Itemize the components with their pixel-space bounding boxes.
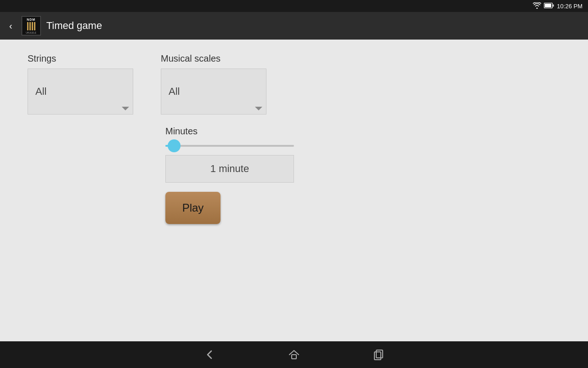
app-icon-ndm-text: NDM [27,18,35,21]
strings-group: Strings All [28,53,133,115]
nav-back-button[interactable] [199,345,220,365]
slider-value-text: 1 minute [210,163,249,175]
action-bar: ‹ NDM UKULELE Timed game [0,12,588,40]
main-content: Strings All Musical scales All Minutes 1… [0,40,588,341]
slider-track [165,145,294,147]
string-2 [29,22,31,30]
wifi-icon [533,2,541,10]
nav-recents-button[interactable] [368,345,389,365]
play-button-label: Play [182,201,204,214]
status-bar: 10:26 PM [0,0,588,12]
strings-value: All [35,86,46,98]
nav-bar [0,341,588,368]
svg-rect-2 [545,4,551,7]
string-1 [27,22,28,30]
svg-rect-4 [374,352,381,360]
string-4 [34,22,35,30]
back-button[interactable]: ‹ [6,19,16,33]
app-icon-ukulele-text: UKULELE [26,31,36,34]
musical-scales-value: All [169,86,180,98]
minutes-section: Minutes 1 minute [165,126,560,183]
musical-scales-label: Musical scales [161,53,266,64]
slider-thumb[interactable] [168,139,181,152]
svg-rect-5 [376,350,383,358]
page-title: Timed game [46,20,102,32]
battery-icon [544,3,554,10]
musical-scales-dropdown-arrow [255,107,262,110]
strings-label: Strings [28,53,133,64]
play-button[interactable]: Play [165,192,220,224]
slider-container [165,141,294,150]
app-icon-inner: NDM UKULELE [23,17,40,34]
musical-scales-group: Musical scales All [161,53,266,115]
ukulele-strings [27,22,35,30]
status-icons: 10:26 PM [533,2,582,10]
strings-dropdown[interactable]: All [28,69,133,115]
svg-rect-3 [292,355,296,359]
nav-home-button[interactable] [284,345,304,365]
status-time: 10:26 PM [557,3,582,10]
minutes-label: Minutes [165,126,560,137]
slider-value-box: 1 minute [165,155,294,183]
strings-dropdown-arrow [122,107,129,110]
app-icon: NDM UKULELE [22,16,41,35]
string-3 [32,22,33,30]
musical-scales-dropdown[interactable]: All [161,69,266,115]
controls-row: Strings All Musical scales All [28,53,560,115]
svg-rect-1 [553,4,554,6]
